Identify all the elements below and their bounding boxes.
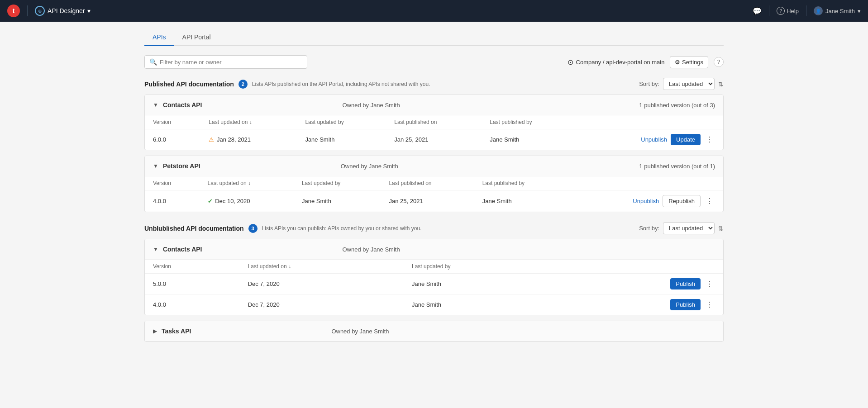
unpublish-button[interactable]: Unpublish [633,198,659,204]
search-actions-row: 🔍 ⊙ Company / api-dev-portal on main ⚙ S… [144,55,724,69]
unpublished-contacts-api-card: ▼ Contacts API Owned by Jane Smith Versi… [144,239,724,315]
published-petstore-api-card: ▼ Petstore API Owned by Jane Smith 1 pub… [144,156,724,212]
published-desc: Lists APIs published on the API Portal, … [252,81,430,87]
last-updated-on-cell: Dec 7, 2020 [240,294,404,315]
tab-apis[interactable]: APIs [144,29,174,46]
actions-inner: Unpublish Update ⋮ [585,134,715,145]
version-cell: 5.0.0 [145,274,240,294]
petstore-api-owner: Owned by Jane Smith [341,163,398,170]
published-petstore-api-header: ▼ Petstore API Owned by Jane Smith 1 pub… [145,156,723,176]
table-row: 4.0.0 Dec 7, 2020 Jane Smith Publish ⋮ [145,294,723,315]
published-title: Published API documentation [144,81,234,88]
last-updated-on-cell: ✔ Dec 10, 2020 [200,190,294,212]
published-sort-select[interactable]: Last updated Name Owner [663,78,715,90]
actions-inner: Publish ⋮ [563,278,715,289]
last-published-by-cell: Jane Smith [482,129,577,150]
table-row: 5.0.0 Dec 7, 2020 Jane Smith Publish ⋮ [145,274,723,294]
app-logo[interactable]: t [7,5,20,17]
published-sort-direction-icon[interactable]: ⇅ [718,81,724,88]
th-last-updated-on: Last updated on ↓ [240,260,404,274]
unpublished-sort-label: Sort by: [639,225,659,232]
help-circle-icon: ? [777,7,785,15]
settings-button[interactable]: ⚙ Settings [670,56,708,68]
published-section-header: Published API documentation 2 Lists APIs… [144,78,724,90]
unpublished-badge: 3 [248,224,258,233]
th-last-published-by: Last published by [482,115,577,129]
unpublished-sort-select[interactable]: Last updated Name Owner [663,222,715,234]
published-section: Published API documentation 2 Lists APIs… [144,78,724,212]
repo-link[interactable]: ⊙ Company / api-dev-portal on main [568,58,665,66]
table-row: 6.0.0 ⚠ Jan 28, 2021 Jane Smith Jan 25, … [145,129,723,150]
th-version: Version [145,115,200,129]
th-version: Version [145,260,240,274]
chat-icon[interactable]: 💬 [753,7,762,15]
brand-name[interactable]: ⊕ API Designer ▾ [35,6,91,16]
search-input[interactable] [160,59,302,66]
published-badge: 2 [238,80,248,89]
unpublished-tasks-api-card: ▶ Tasks API Owned by Jane Smith [144,321,724,342]
nav-divider-1 [27,5,28,16]
topnav: t ⊕ API Designer ▾ 💬 ? Help 👤 Jane Smith… [0,0,868,22]
main-content: APIs API Portal 🔍 ⊙ Company / api-dev-po… [135,22,733,359]
th-actions [567,176,723,190]
last-updated-by-cell: Jane Smith [404,294,555,315]
nav-divider-2 [769,5,769,16]
actions-cell: Unpublish Update ⋮ [577,129,723,150]
unpublished-title: Unblublished API documentation [144,225,244,232]
publish-button-4-0-0[interactable]: Publish [670,299,701,310]
brand-label: API Designer [48,7,85,14]
petstore-api-table: Version Last updated on ↓ Last updated b… [145,176,723,212]
tabs: APIs API Portal [144,29,724,46]
contacts-api-chevron-icon[interactable]: ▼ [153,102,158,108]
more-options-button[interactable]: ⋮ [704,279,715,289]
last-published-on-cell: Jan 25, 2021 [386,129,482,150]
last-updated-on-value: Dec 10, 2020 [215,198,250,204]
help-link[interactable]: ? Help [777,7,799,15]
unpublished-sort-controls: Sort by: Last updated Name Owner ⇅ [639,222,724,234]
success-icon: ✔ [208,198,213,204]
warning-icon: ⚠ [209,136,214,143]
repo-label: Company / api-dev-portal on main [576,59,665,66]
th-version: Version [145,176,200,190]
actions-inner: Publish ⋮ [563,299,715,310]
last-updated-on-cell: Dec 7, 2020 [240,274,404,294]
unpublished-contacts-api-table: Version Last updated on ↓ Last updated b… [145,260,723,315]
unpublished-contacts-api-owner: Owned by Jane Smith [343,246,400,253]
more-options-button[interactable]: ⋮ [704,196,715,206]
unpublished-contacts-api-header: ▼ Contacts API Owned by Jane Smith [145,239,723,260]
actions-inner: Unpublish Republish ⋮ [575,195,715,207]
nav-divider-3 [806,5,806,16]
topnav-right: 💬 ? Help 👤 Jane Smith ▾ [753,5,861,16]
petstore-api-title: Petstore API [163,162,200,170]
more-options-button[interactable]: ⋮ [704,134,715,145]
tab-api-portal[interactable]: API Portal [174,29,219,46]
contacts-api-title: Contacts API [163,101,202,109]
publish-button-5-0-0[interactable]: Publish [670,278,701,289]
version-cell: 6.0.0 [145,129,200,150]
unpublished-contacts-api-title: Contacts API [163,246,202,253]
user-name: Jane Smith [825,8,855,14]
last-published-on-cell: Jan 25, 2021 [381,190,474,212]
tasks-api-chevron-icon[interactable]: ▶ [153,328,157,334]
unpublish-button[interactable]: Unpublish [641,136,667,143]
unpublished-desc: Lists APIs you can publish: APIs owned b… [262,225,422,232]
unpublished-sort-direction-icon[interactable]: ⇅ [718,225,724,232]
repo-icon: ⊙ [568,58,573,66]
last-updated-by-cell: Jane Smith [297,129,386,150]
tasks-api-owner: Owned by Jane Smith [331,328,389,335]
actions-cell: Unpublish Republish ⋮ [567,190,723,212]
user-menu[interactable]: 👤 Jane Smith ▾ [814,6,861,15]
republish-button[interactable]: Republish [663,195,701,207]
more-options-button[interactable]: ⋮ [704,299,715,310]
table-row: 4.0.0 ✔ Dec 10, 2020 Jane Smith Jan 25, … [145,190,723,212]
unpublished-contacts-api-chevron-icon[interactable]: ▼ [153,246,158,252]
petstore-api-chevron-icon[interactable]: ▼ [153,163,158,169]
help-info-icon[interactable]: ? [714,57,724,67]
th-last-updated-by: Last updated by [297,115,386,129]
user-avatar: 👤 [814,6,823,15]
contacts-api-count: 1 published version (out of 3) [639,102,715,109]
th-actions [577,115,723,129]
published-sort-controls: Sort by: Last updated Name Owner ⇅ [639,78,724,90]
th-last-updated-by: Last updated by [404,260,555,274]
update-button[interactable]: Update [671,134,701,145]
